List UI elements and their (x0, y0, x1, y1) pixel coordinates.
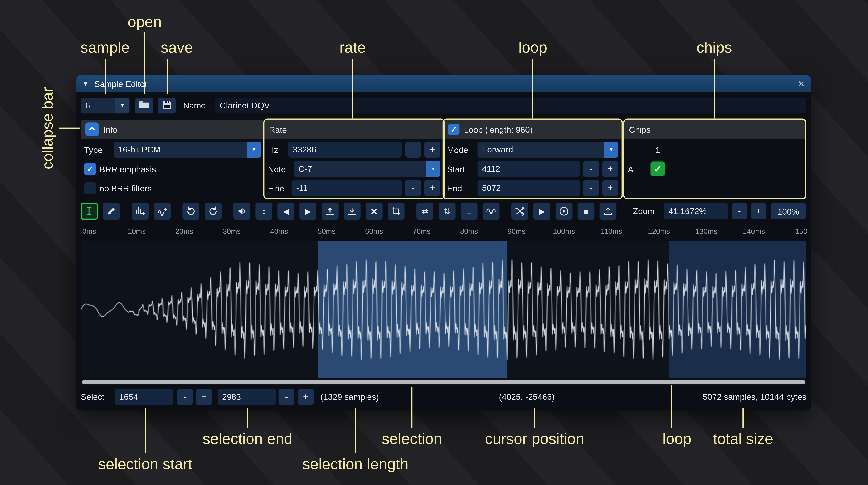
toolbar-sign-change-button[interactable]: ± (461, 203, 477, 220)
toolbar-redo-button[interactable] (205, 203, 221, 220)
selection-end-increase-button[interactable]: + (298, 389, 313, 405)
selection-start-input[interactable]: 1654 (115, 389, 173, 405)
loop-enable-checkbox[interactable]: ✓ (448, 124, 459, 135)
annotation-loop-bottom-label: loop (649, 430, 705, 448)
toolbar-draw-button[interactable] (103, 203, 120, 220)
toolbar-amplify-button[interactable] (233, 203, 250, 220)
loop-end-decrease-button[interactable]: - (583, 180, 599, 196)
zoom-in-button[interactable]: + (751, 203, 766, 219)
sample-toolbar: ↕◀▶×⇄⇅±▶■ (81, 203, 616, 220)
loop-panel-title: Loop (length: 960) (464, 125, 533, 134)
window-title: Sample Editor (94, 79, 148, 88)
timeline-label: 60ms (365, 227, 383, 235)
chevron-down-icon[interactable]: ▼ (604, 142, 618, 158)
selection-end-input[interactable]: 2983 (218, 389, 276, 405)
fine-increase-button[interactable]: + (425, 180, 440, 196)
waveform-view[interactable] (81, 241, 806, 378)
toolbar-resize-button[interactable] (132, 203, 149, 220)
status-bar: Select 1654 - + 2983 - + (1329 samples) … (81, 389, 806, 405)
close-icon[interactable]: × (798, 78, 805, 89)
annotation-sample-label: sample (68, 38, 142, 56)
loop-panel: ✓ Loop (length: 960) Mode Forward ▼ Star… (443, 120, 621, 196)
note-select[interactable]: C-7 ▼ (294, 161, 440, 177)
loop-mode-value: Forward (477, 142, 604, 158)
sample-selector[interactable]: 6 ▼ (81, 98, 129, 114)
toolbar-trim-button[interactable] (388, 203, 405, 220)
fine-decrease-button[interactable]: - (405, 180, 421, 196)
folder-icon (138, 100, 150, 111)
selection-end-decrease-button[interactable]: - (279, 389, 294, 405)
zoom-input[interactable]: 41.1672% (664, 203, 728, 219)
toolbar-fade-in-button[interactable]: ◀ (277, 203, 294, 220)
timeline-label: 0ms (82, 227, 96, 235)
sign-change-icon: ± (467, 206, 471, 216)
zoom-out-button[interactable]: - (732, 203, 747, 219)
toolbar-apply-silence-button[interactable] (344, 203, 361, 220)
fine-input[interactable]: -11 (292, 180, 402, 196)
loop-start-decrease-button[interactable]: - (583, 161, 599, 177)
no-brr-filters-checkbox[interactable] (84, 182, 96, 194)
timeline-label: 80ms (460, 227, 478, 235)
toolbar-export-button[interactable] (600, 203, 617, 220)
toolbar-insert-silence-button[interactable] (321, 203, 339, 220)
invert-icon: ⇅ (444, 206, 450, 216)
zoom-reset-button[interactable]: 100% (771, 203, 806, 219)
sample-name-input[interactable]: Clarinet DQV (215, 98, 806, 114)
chip-enable-checkbox[interactable]: ✓ (650, 161, 665, 176)
annotation-selection-label: selection (370, 430, 454, 448)
loop-start-increase-button[interactable]: + (602, 161, 618, 177)
apply-silence-icon (347, 206, 357, 216)
timeline-label: 40ms (270, 227, 288, 235)
undo-icon (186, 206, 196, 216)
toolbar-normalize-button[interactable]: ↕ (255, 203, 272, 220)
timeline-label: 30ms (223, 227, 241, 235)
hz-input[interactable]: 33286 (288, 142, 402, 158)
chevron-down-icon[interactable]: ▼ (426, 161, 440, 177)
window-collapse-icon[interactable]: ▼ (83, 80, 89, 87)
chevron-down-icon[interactable]: ▼ (115, 98, 129, 114)
hz-decrease-button[interactable]: - (405, 142, 421, 158)
timeline-label: 100ms (553, 227, 575, 235)
rate-panel-header: Rate (265, 120, 443, 139)
fine-label: Fine (268, 183, 288, 193)
loop-mode-select[interactable]: Forward ▼ (477, 142, 618, 158)
toolbar-select-button[interactable] (81, 203, 98, 220)
toolbar-resample-button[interactable] (154, 203, 170, 220)
loop-end-increase-button[interactable]: + (602, 180, 618, 196)
hz-increase-button[interactable]: + (425, 142, 440, 158)
toolbar-undo-button[interactable] (182, 203, 199, 220)
toolbar-fade-out-button[interactable]: ▶ (300, 203, 316, 220)
total-size-text: 5072 samples, 10144 bytes (703, 389, 806, 405)
brr-emphasis-checkbox[interactable]: ✓ (84, 163, 96, 175)
toolbar-delete-button[interactable]: × (366, 203, 383, 220)
open-sample-button[interactable] (135, 98, 153, 114)
selection-start-decrease-button[interactable]: - (177, 389, 193, 405)
loop-start-input[interactable]: 4112 (477, 161, 580, 177)
sample-type-select[interactable]: 16-bit PCM ▼ (114, 142, 261, 158)
toolbar-play-cursor-button[interactable] (556, 203, 572, 220)
scrollbar-thumb[interactable] (82, 380, 805, 384)
selection-start-increase-button[interactable]: + (196, 389, 212, 405)
resample-icon (157, 206, 167, 216)
collapse-info-button[interactable] (85, 123, 99, 136)
toolbar-filter-button[interactable] (483, 203, 500, 220)
name-label: Name (183, 98, 206, 114)
chevron-down-icon[interactable]: ▼ (247, 142, 261, 158)
waveform-scrollbar[interactable] (81, 379, 806, 384)
toolbar-invert-button[interactable]: ⇅ (438, 203, 456, 220)
annotation-total-size-label: total size (698, 430, 788, 448)
preview-icon: ▶ (539, 206, 545, 216)
amplify-icon (237, 206, 247, 216)
loop-end-input[interactable]: 5072 (477, 180, 580, 196)
save-sample-button[interactable] (158, 98, 176, 114)
loop-end-label: End (447, 183, 474, 193)
toolbar-reverse-button[interactable]: ⇄ (416, 203, 433, 220)
toolbar-crossfade-button[interactable] (512, 203, 528, 220)
timeline-label: 150 (795, 227, 807, 235)
toolbar-stop-button[interactable]: ■ (578, 203, 595, 220)
note-label: Note (268, 164, 290, 174)
annotation-total-size-line (743, 408, 744, 428)
timeline-label: 10ms (128, 227, 146, 235)
annotation-selection-start-label: selection start (83, 455, 207, 473)
toolbar-preview-button[interactable]: ▶ (533, 203, 551, 220)
